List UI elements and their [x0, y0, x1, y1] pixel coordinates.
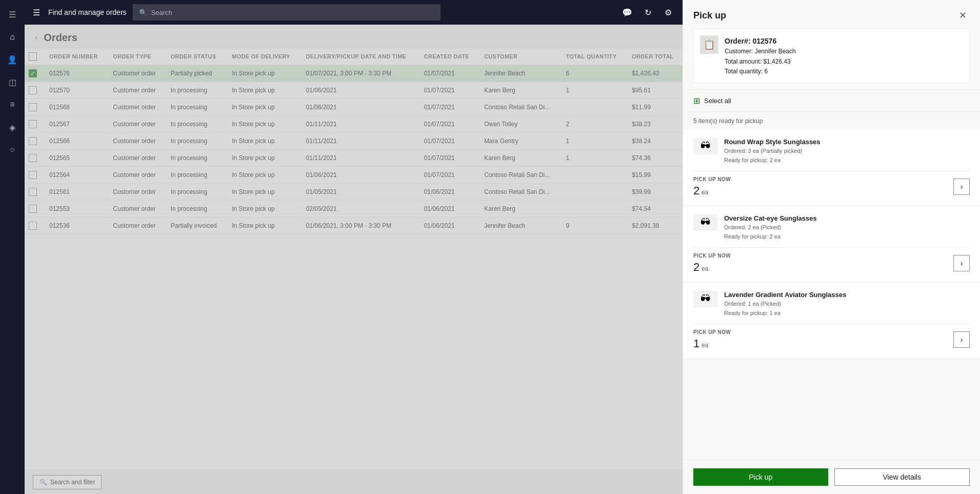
row-checkbox[interactable] [29, 154, 37, 162]
cell-order-status: Partially invoiced [165, 218, 226, 234]
row-checkbox-cell[interactable] [25, 150, 43, 167]
cell-customer: Mara Gentry [478, 133, 559, 150]
search-filter-label: Search and filter [50, 479, 95, 486]
panel-footer: Pick up View details [683, 460, 980, 494]
view-details-button[interactable]: View details [834, 468, 970, 486]
row-checkbox-cell[interactable]: ✓ [25, 65, 43, 82]
table-row[interactable]: 012568 Customer order In processing In S… [25, 99, 683, 116]
panel-title-row: Pick up ✕ [693, 8, 970, 23]
cell-total-quantity [559, 184, 626, 201]
product-top: 🕶 Round Wrap Style Sunglasses Ordered: 3… [693, 138, 970, 165]
cell-mode-of-delivery: In Store pick up [226, 116, 299, 133]
row-checkbox[interactable] [29, 205, 37, 213]
circle-icon[interactable]: ○ [2, 140, 23, 160]
cell-order-number: 012566 [43, 133, 107, 150]
product-name: Lavender Gradient Aviator Sunglasses [724, 291, 970, 299]
cell-order-type: Customer order [107, 218, 164, 234]
row-checkbox[interactable] [29, 171, 37, 179]
row-checkbox[interactable] [29, 137, 37, 145]
menu-toggle-icon[interactable]: ☰ [31, 6, 42, 19]
row-checkbox[interactable] [29, 222, 37, 230]
select-all-icon: ⊞ [693, 96, 700, 106]
chart-icon[interactable]: ◈ [2, 117, 23, 137]
cell-customer: Owen Tolley [478, 116, 559, 133]
row-checkbox-cell[interactable] [25, 184, 43, 201]
select-all-row[interactable]: ⊞ Select all [683, 90, 980, 112]
row-checkbox[interactable] [29, 120, 37, 128]
row-checkbox[interactable] [29, 86, 37, 94]
search-and-filter-button[interactable]: 🔍 Search and filter [33, 475, 102, 489]
row-checkbox-cell[interactable] [25, 201, 43, 218]
chevron-right-button[interactable]: › [953, 255, 970, 271]
cell-order-type: Customer order [107, 99, 164, 116]
select-all-checkbox-header[interactable] [25, 48, 43, 65]
cell-order-total: $39.99 [626, 184, 683, 201]
product-ordered: Ordered: 1 ea (Picked) [724, 300, 970, 308]
people-icon[interactable]: 👤 [2, 49, 23, 70]
cell-delivery-date: 01/07/2021, 3:00 PM - 3:30 PM [300, 65, 418, 82]
row-checkbox[interactable]: ✓ [29, 69, 37, 77]
cell-customer: Karen Berg [478, 82, 559, 99]
cell-order-total: $38.24 [626, 133, 683, 150]
cell-order-status: In processing [165, 184, 226, 201]
table-row[interactable]: 012536 Customer order Partially invoiced… [25, 218, 683, 234]
chevron-right-button[interactable]: › [953, 179, 970, 195]
product-card: 🕶 Round Wrap Style Sunglasses Ordered: 3… [683, 130, 980, 206]
row-checkbox-cell[interactable] [25, 167, 43, 184]
cell-order-status: In processing [165, 133, 226, 150]
cell-delivery-date: 02/05/2021 [300, 201, 418, 218]
cell-mode-of-delivery: In Store pick up [226, 167, 299, 184]
table-row[interactable]: 012561 Customer order In processing In S… [25, 184, 683, 201]
cell-customer: Contoso Retail San Di... [478, 184, 559, 201]
cell-order-status: In processing [165, 116, 226, 133]
cell-created-date: 01/07/2021 [418, 133, 478, 150]
refresh-icon[interactable]: ↻ [639, 4, 656, 21]
items-ready-label: 5 item(s) ready for pickup [683, 112, 980, 130]
table-row[interactable]: 012570 Customer order In processing In S… [25, 82, 683, 99]
cell-order-type: Customer order [107, 201, 164, 218]
chat-icon[interactable]: 💬 [619, 4, 635, 21]
product-info: Round Wrap Style Sunglasses Ordered: 3 e… [724, 138, 970, 165]
product-top: 🕶 Oversize Cat-eye Sunglasses Ordered: 2… [693, 214, 970, 241]
table-row[interactable]: 012565 Customer order In processing In S… [25, 150, 683, 167]
close-button[interactable]: ✕ [955, 8, 970, 23]
select-all-label[interactable]: Select all [704, 97, 731, 105]
hamburger-icon[interactable]: ☰ [2, 4, 23, 25]
back-button[interactable]: ‹ [33, 31, 39, 44]
cell-order-total: $74.36 [626, 150, 683, 167]
product-name: Oversize Cat-eye Sunglasses [724, 214, 970, 222]
search-input[interactable] [151, 9, 434, 16]
table-row[interactable]: 012566 Customer order In processing In S… [25, 133, 683, 150]
row-checkbox-cell[interactable] [25, 116, 43, 133]
row-checkbox[interactable] [29, 188, 37, 196]
home-icon[interactable]: ⌂ [2, 27, 23, 47]
cell-delivery-date: 01/11/2021 [300, 150, 418, 167]
orders-table-wrapper[interactable]: ORDER NUMBER ORDER TYPE ORDER STATUS MOD… [25, 48, 683, 469]
cell-created-date: 01/06/2021 [418, 184, 478, 201]
row-checkbox-cell[interactable] [25, 99, 43, 116]
app-title: Find and manage orders [48, 8, 127, 16]
table-row[interactable]: 012567 Customer order In processing In S… [25, 116, 683, 133]
product-ordered: Ordered: 2 ea (Picked) [724, 223, 970, 232]
header-checkbox[interactable] [29, 52, 37, 61]
chevron-right-button[interactable]: › [953, 331, 970, 348]
pickup-now-left: PICK UP NOW 2 ea [693, 253, 731, 274]
row-checkbox-cell[interactable] [25, 82, 43, 99]
row-checkbox[interactable] [29, 103, 37, 111]
table-row[interactable]: ✓ 012576 Customer order Partially picked… [25, 65, 683, 82]
row-checkbox-cell[interactable] [25, 133, 43, 150]
cell-mode-of-delivery: In Store pick up [226, 99, 299, 116]
search-bar[interactable]: 🔍 [133, 4, 441, 21]
list-icon[interactable]: ≡ [2, 94, 23, 115]
cell-customer: Contoso Retail San Di... [478, 167, 559, 184]
cell-customer: Karen Berg [478, 150, 559, 167]
settings-icon[interactable]: ⚙ [660, 4, 676, 21]
table-row[interactable]: 012564 Customer order In processing In S… [25, 167, 683, 184]
row-checkbox-cell[interactable] [25, 218, 43, 234]
pickup-button[interactable]: Pick up [693, 468, 828, 486]
customer-name: Customer: Jennifer Beach [725, 47, 796, 56]
table-row[interactable]: 012553 Customer order In processing In S… [25, 201, 683, 218]
top-bar-actions: 💬 ↻ ⚙ [619, 4, 676, 21]
store-icon[interactable]: ◫ [2, 72, 23, 92]
product-ready: Ready for pickup: 2 ea [724, 156, 970, 165]
